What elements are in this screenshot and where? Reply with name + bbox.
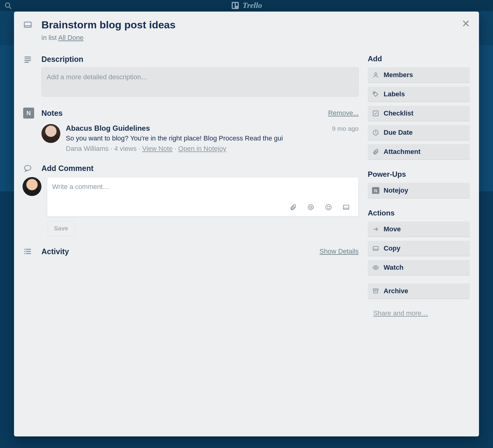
clock-icon [372,129,379,136]
card-small-icon[interactable] [342,203,350,212]
archive-button[interactable]: Archive [368,283,470,299]
labels-label: Labels [384,90,405,98]
attachment-icon [372,148,379,155]
list-link[interactable]: All Done [58,34,83,41]
arrow-right-icon [372,226,379,233]
members-label: Members [384,71,413,79]
copy-button[interactable]: Copy [368,241,470,256]
comment-box[interactable] [47,177,359,217]
notes-remove-link[interactable]: Remove... [328,109,359,117]
save-comment-button[interactable]: Save [48,221,75,236]
note-timestamp: 9 mo ago [332,125,359,132]
notejoy-button[interactable]: N Notejoy [368,183,470,198]
move-label: Move [384,225,401,233]
members-icon [372,71,379,79]
add-comment-heading: Add Comment [41,164,94,173]
watch-label: Watch [384,264,403,272]
copy-label: Copy [384,244,400,252]
eye-icon [372,264,379,271]
svg-rect-33 [373,289,378,290]
card-modal: Brainstorm blog post ideas in list All D… [14,12,479,436]
svg-rect-4 [236,3,238,6]
note-views: 4 views [114,145,137,152]
watch-button[interactable]: Watch [368,260,470,276]
card-icon [23,20,32,29]
checklist-label: Checklist [384,109,413,117]
view-note-link[interactable]: View Note [142,145,173,152]
attach-icon[interactable] [289,203,297,212]
note-meta: Dana Williams · 4 views · View Note · Op… [66,145,359,153]
note-author-avatar[interactable] [41,124,60,143]
open-in-notejoy-link[interactable]: Open in Notejoy [178,145,226,152]
note-snippet: So you want to blog? You're in the right… [66,134,359,142]
notejoy-icon: N [23,108,34,119]
comment-icon [23,164,32,173]
show-details-link[interactable]: Show Details [320,247,359,255]
description-placeholder: Add a more detailed description… [47,73,147,81]
brand-name: Trello [243,1,262,10]
due-date-label: Due Date [384,129,413,137]
note-title[interactable]: Abacus Blog Guidelines [66,124,150,133]
svg-point-26 [374,73,377,75]
card-title[interactable]: Brainstorm blog post ideas [41,19,452,31]
trello-logo[interactable]: Trello [231,1,262,10]
powerups-heading: Power-Ups [368,170,470,179]
description-icon [23,55,32,64]
comment-input[interactable] [52,183,353,199]
labels-button[interactable]: Labels [368,87,470,102]
labels-icon [372,91,379,98]
mention-icon[interactable] [307,203,315,212]
svg-point-24 [25,251,25,252]
svg-point-27 [374,93,375,94]
add-heading: Add [368,55,470,63]
archive-label: Archive [384,287,408,295]
svg-line-1 [9,7,11,9]
notejoy-small-icon: N [372,187,379,194]
svg-rect-30 [373,247,378,251]
svg-point-23 [25,249,25,250]
in-list-prefix: in list [41,34,58,41]
svg-rect-18 [343,205,349,209]
current-user-avatar[interactable] [23,177,41,196]
members-button[interactable]: Members [368,67,470,83]
svg-point-14 [310,206,312,208]
svg-point-16 [327,206,328,207]
svg-rect-28 [373,111,378,116]
move-button[interactable]: Move [368,222,470,237]
svg-rect-2 [232,2,239,9]
copy-icon [372,245,379,252]
card-list-location: in list All Done [41,34,452,42]
svg-point-25 [25,254,25,254]
note-author: Dana Williams [66,145,109,152]
svg-point-17 [329,206,330,207]
checklist-icon [372,110,379,117]
notes-heading: Notes [41,109,62,118]
emoji-icon[interactable] [324,203,333,212]
due-date-button[interactable]: Due Date [368,125,470,140]
activity-icon [23,247,32,256]
svg-point-32 [375,267,377,268]
description-input[interactable]: Add a more detailed description… [41,67,359,97]
svg-point-15 [326,204,331,210]
close-button[interactable] [461,18,471,29]
actions-heading: Actions [368,209,470,217]
archive-icon [372,287,379,295]
svg-rect-7 [24,22,31,27]
search-icon[interactable] [4,2,12,10]
checklist-button[interactable]: Checklist [368,106,470,121]
description-heading: Description [41,55,83,64]
app-topbar: Trello [0,0,493,11]
activity-heading: Activity [41,247,69,256]
attachment-button[interactable]: Attachment [368,144,470,160]
note-item: Abacus Blog Guidelines 9 mo ago So you w… [41,124,359,153]
svg-point-0 [5,3,10,7]
share-and-more-link[interactable]: Share and more… [373,309,428,317]
svg-point-13 [25,165,31,170]
notejoy-label: Notejoy [384,187,408,194]
attachment-label: Attachment [384,148,420,156]
svg-rect-3 [233,3,235,8]
